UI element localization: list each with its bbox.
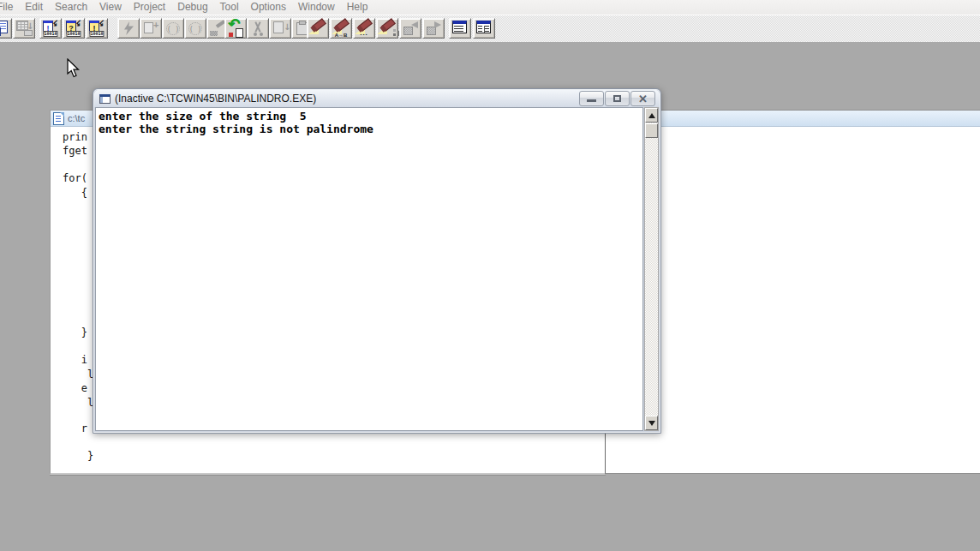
copy-button[interactable] <box>269 18 291 39</box>
console-output-line: enter the size of the string 5 <box>96 110 642 123</box>
console-app-icon <box>99 94 111 104</box>
menu-item-edit[interactable]: Edit <box>19 0 49 15</box>
code-line: for( <box>63 172 87 184</box>
compile-button[interactable]: !10010 <box>39 18 62 39</box>
undo-icon <box>225 19 246 38</box>
code-line: fget <box>63 145 87 157</box>
close-button[interactable]: ✕ <box>630 91 655 106</box>
menu-item-help[interactable]: Help <box>341 0 374 15</box>
menu-item-options[interactable]: Options <box>245 0 292 15</box>
menu-item-project[interactable]: Project <box>128 0 171 15</box>
code-line: { <box>63 187 87 199</box>
add-watch-button[interactable] <box>140 18 162 39</box>
console-output[interactable]: enter the size of the string 5enter the … <box>95 107 643 431</box>
maximize-icon <box>613 95 621 102</box>
toolbar: !10010?10010!10010( )( )A→B... <box>0 15 980 42</box>
cascade-windows-button[interactable] <box>449 18 471 39</box>
code-line: l <box>63 368 93 380</box>
open-doc-icon <box>0 19 11 38</box>
code-line: prin <box>63 131 87 143</box>
next-message-button[interactable] <box>422 18 445 39</box>
add-watch-icon <box>140 19 161 38</box>
code-line: r <box>63 422 87 434</box>
build-icon: !10010 <box>87 19 107 38</box>
trace-into-icon: ( ) <box>185 19 206 38</box>
cut-icon <box>248 19 268 38</box>
menu-item-window[interactable]: Window <box>292 0 341 15</box>
replace-icon: A→B <box>331 19 351 38</box>
compile-icon: !10010 <box>40 19 61 38</box>
search-again-icon: ... <box>354 19 374 38</box>
prev-message-icon <box>400 19 421 38</box>
maximize-button[interactable] <box>605 91 630 106</box>
menu-item-search[interactable]: Search <box>49 0 93 15</box>
menu-item-file[interactable]: File <box>0 0 19 15</box>
copy-icon <box>270 19 290 38</box>
step-over-icon: ( ) <box>163 19 183 38</box>
document-icon <box>53 112 64 125</box>
prev-message-button[interactable] <box>399 18 421 39</box>
make-button[interactable]: ?10010 <box>63 18 85 39</box>
menu-items: FileEditSearchViewProjectDebugToolOption… <box>0 0 373 15</box>
code-line: i <box>63 354 87 366</box>
arrow-down-icon <box>648 421 655 426</box>
trace-into-button[interactable]: ( ) <box>184 18 206 39</box>
next-message-icon <box>423 19 444 38</box>
menu-item-debug[interactable]: Debug <box>171 0 213 15</box>
browse-symbol-icon <box>377 19 397 38</box>
browse-symbol-button[interactable] <box>376 18 398 39</box>
undo-button[interactable] <box>224 18 247 39</box>
cascade-windows-icon <box>450 19 470 38</box>
code-line: } <box>63 326 87 338</box>
menu-item-view[interactable]: View <box>93 0 128 15</box>
arrow-up-icon <box>648 113 655 118</box>
search-icon <box>308 19 328 38</box>
mouse-cursor <box>67 58 81 78</box>
build-button[interactable]: !10010 <box>86 18 108 39</box>
scrollbar-thumb[interactable] <box>645 123 658 138</box>
scroll-up-button[interactable] <box>645 108 658 123</box>
vertical-scrollbar[interactable] <box>644 107 659 431</box>
console-title: (Inactive C:\TCWIN45\BIN\PALINDRO.EXE) <box>115 93 316 105</box>
run-button[interactable] <box>117 18 140 39</box>
window-controls: ✕ <box>579 91 655 106</box>
make-icon: ?10010 <box>63 19 84 38</box>
desktop: FileEditSearchViewProjectDebugToolOption… <box>0 0 980 551</box>
menu-item-tool[interactable]: Tool <box>214 0 245 15</box>
editor-title: c:\tc <box>68 113 85 123</box>
search-again-button[interactable]: ... <box>353 18 375 39</box>
open-doc-button[interactable] <box>0 18 12 39</box>
tile-windows-button[interactable] <box>473 18 495 39</box>
code-line: e <box>63 382 87 394</box>
grid-paste-button[interactable] <box>13 18 35 39</box>
search-button[interactable] <box>307 18 329 39</box>
minimize-button[interactable] <box>579 91 604 106</box>
scroll-down-button[interactable] <box>645 416 658 430</box>
code-line: l <box>63 397 93 409</box>
replace-button[interactable]: A→B <box>330 18 352 39</box>
console-output-line: enter the string string is not palindrom… <box>96 123 642 135</box>
code-line: } <box>63 450 93 462</box>
run-icon <box>118 19 139 38</box>
close-icon: ✕ <box>631 92 654 106</box>
grid-paste-icon <box>14 19 34 38</box>
cut-button[interactable] <box>247 18 269 39</box>
console-window[interactable]: (Inactive C:\TCWIN45\BIN\PALINDRO.EXE) ✕… <box>93 88 661 434</box>
console-titlebar[interactable]: (Inactive C:\TCWIN45\BIN\PALINDRO.EXE) <box>94 90 660 107</box>
tile-windows-icon <box>474 19 494 38</box>
step-over-button[interactable]: ( ) <box>162 18 184 39</box>
minimize-icon <box>587 99 596 102</box>
menu-bar: FileEditSearchViewProjectDebugToolOption… <box>0 0 980 15</box>
